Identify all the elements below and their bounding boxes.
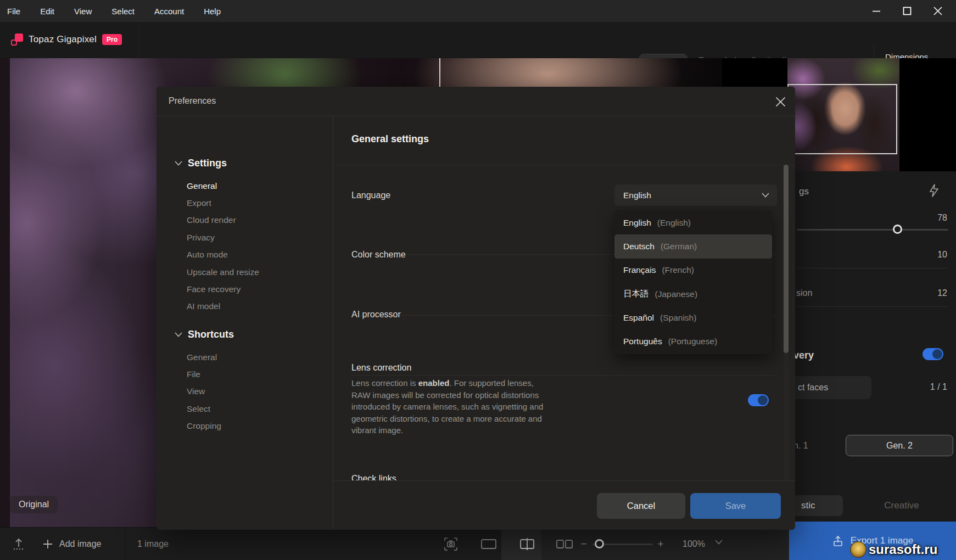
panel-section-heading-partial: gs <box>799 186 809 197</box>
watermark-emblem-icon <box>850 541 866 558</box>
chevron-down-icon <box>175 332 182 337</box>
slider-value: 78 <box>937 213 947 223</box>
faces-count: 1 / 1 <box>930 382 947 392</box>
navigator-viewport-rect[interactable] <box>787 84 897 154</box>
language-dropdown-menu: English (English) Deutsch (German) Franç… <box>614 210 772 354</box>
nav-item-shortcuts-file[interactable]: File <box>187 366 324 383</box>
nav-item-auto-mode[interactable]: Auto mode <box>187 247 324 264</box>
zoom-percent[interactable]: 100% <box>683 528 705 560</box>
original-view-badge: Original <box>10 496 58 513</box>
zoom-in-icon[interactable]: + <box>652 528 669 560</box>
dialog-scrollbar-thumb[interactable] <box>784 165 789 353</box>
nav-item-upscale-resize[interactable]: Upscale and resize <box>187 264 324 281</box>
add-image-button[interactable]: Add image <box>43 528 102 560</box>
close-window-icon[interactable] <box>930 3 946 19</box>
row2-value: 10 <box>937 250 947 260</box>
nav-item-face-recovery[interactable]: Face recovery <box>187 281 324 298</box>
snapshot-compare-icon[interactable] <box>441 528 460 560</box>
select-faces-button[interactable]: ct faces <box>789 376 871 399</box>
nav-item-shortcuts-view[interactable]: View <box>187 383 324 400</box>
pro-badge: Pro <box>102 34 122 45</box>
split-view-icon[interactable] <box>517 528 537 560</box>
language-option-german[interactable]: Deutsch (German) <box>614 234 772 258</box>
cancel-button[interactable]: Cancel <box>597 493 685 519</box>
menu-help[interactable]: Help <box>194 0 231 22</box>
nav-item-cloud-render[interactable]: Cloud render <box>187 212 324 229</box>
maximize-icon[interactable] <box>899 3 915 19</box>
zoom-chevron-icon[interactable] <box>715 540 723 545</box>
app-logo: Topaz Gigapixel Pro <box>11 33 122 46</box>
lens-correction-title: Lens correction <box>351 363 411 373</box>
nav-settings-header[interactable]: Settings <box>175 158 227 169</box>
side-by-side-view-icon[interactable] <box>554 528 575 560</box>
creative-button[interactable]: Creative <box>860 495 943 516</box>
bottom-toolbar: Add image 1 image − + 100% <box>0 527 789 560</box>
language-option-spanish[interactable]: Español (Spanish) <box>614 306 772 329</box>
image-count-label: 1 image <box>137 528 169 560</box>
face-recovery-toggle[interactable] <box>923 348 943 360</box>
zoom-out-icon[interactable]: − <box>575 528 592 560</box>
realistic-button-partial[interactable]: stic <box>789 495 843 516</box>
dialog-content: General settings Language Color scheme A… <box>333 117 795 480</box>
menu-view[interactable]: View <box>64 0 102 22</box>
menu-edit[interactable]: Edit <box>30 0 64 22</box>
color-scheme-label: Color scheme <box>351 250 406 260</box>
single-view-icon[interactable] <box>479 528 499 560</box>
plus-icon <box>43 539 53 549</box>
language-select[interactable]: English <box>614 184 777 206</box>
minimize-icon[interactable] <box>868 3 885 19</box>
language-label: Language <box>351 191 390 200</box>
nav-settings-list: General Export Cloud render Privacy Auto… <box>187 177 324 315</box>
save-button[interactable]: Save <box>690 493 781 519</box>
lens-correction-toggle[interactable] <box>748 394 769 406</box>
export-icon <box>832 535 844 547</box>
language-option-french[interactable]: Français (French) <box>614 259 772 282</box>
content-title: General settings <box>351 133 429 145</box>
nav-item-shortcuts-cropping[interactable]: Cropping <box>187 418 324 435</box>
right-panel: gs 78 10 sion 12 very ct faces 1 / 1 n. … <box>789 58 956 560</box>
row3-label-partial: sion <box>796 288 812 298</box>
language-option-japanese[interactable]: 日本語 (Japanese) <box>614 282 772 306</box>
nav-item-shortcuts-select[interactable]: Select <box>187 400 324 417</box>
dialog-close-icon[interactable] <box>773 94 788 109</box>
nav-shortcuts-list: General File View Select Cropping <box>187 349 324 435</box>
lens-correction-description: Lens correction is enabled. For supporte… <box>351 377 578 436</box>
language-option-english[interactable]: English (English) <box>614 211 772 234</box>
face-recovery-label-partial: very <box>793 350 814 361</box>
menu-file[interactable]: File <box>0 0 30 22</box>
ai-processor-label: AI processor <box>351 310 401 320</box>
nav-item-privacy[interactable]: Privacy <box>187 229 324 246</box>
app-header: Topaz Gigapixel Pro i Help Topaz Labs - … <box>0 22 956 58</box>
window-controls <box>868 0 956 22</box>
nav-item-shortcuts-general[interactable]: General <box>187 349 324 366</box>
window-menubar: File Edit View Select Account Help <box>0 0 956 22</box>
zoom-slider-knob[interactable] <box>595 539 604 548</box>
row3-value: 12 <box>937 288 947 298</box>
menu-select[interactable]: Select <box>102 0 144 22</box>
nav-item-ai-model[interactable]: AI model <box>187 298 324 315</box>
chevron-down-icon <box>175 161 182 166</box>
gen2-button[interactable]: Gen. 2 <box>846 435 953 456</box>
import-icon[interactable] <box>8 528 30 560</box>
panel-slider[interactable] <box>797 229 948 231</box>
watermark: surasoft.ru <box>850 541 937 558</box>
split-view-divider[interactable] <box>439 58 440 91</box>
app-title: Topaz Gigapixel <box>29 34 97 45</box>
nav-item-general[interactable]: General <box>187 177 324 194</box>
gen1-button-partial[interactable]: n. 1 <box>793 441 808 451</box>
language-option-portuguese[interactable]: Português (Portuguese) <box>614 329 772 353</box>
preferences-dialog: Preferences Settings General Export Clou… <box>156 87 795 530</box>
dialog-header: Preferences <box>156 87 795 116</box>
lightning-icon[interactable] <box>927 183 941 198</box>
menu-account[interactable]: Account <box>144 0 194 22</box>
nav-shortcuts-header[interactable]: Shortcuts <box>175 329 234 340</box>
clipped-section-label: Check links <box>351 474 396 480</box>
panel-slider-knob[interactable] <box>893 225 902 234</box>
nav-item-export[interactable]: Export <box>187 194 324 211</box>
topaz-logo-icon <box>11 33 23 46</box>
dialog-title: Preferences <box>169 96 216 106</box>
dialog-nav: Settings General Export Cloud render Pri… <box>156 117 333 530</box>
chevron-down-icon <box>762 193 769 198</box>
